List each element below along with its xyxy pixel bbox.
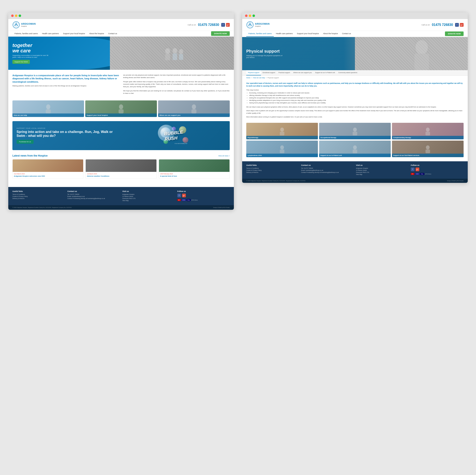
therapy-card-lymphodema[interactable]: Lymphodema clinic <box>246 141 318 157</box>
news-date-3: 14th February 2019 <box>160 173 228 175</box>
mastercard-badge: MC <box>177 199 181 201</box>
footer-social-icons: f g+ <box>177 194 230 197</box>
facebook-icon-right[interactable]: f <box>455 23 459 27</box>
hero-cta-button[interactable]: Support Our Work <box>12 60 30 64</box>
bullet-list: Accessing, reviewing and changing your m… <box>249 92 464 104</box>
therapy-card-physiotherapy[interactable]: Physiotherapy <box>246 123 318 139</box>
footer-link-terms[interactable]: Terms & Conditions <box>12 194 65 195</box>
nav-about-right[interactable]: About the hospice <box>321 31 340 37</box>
nav-support-right[interactable]: Support your local hospice <box>295 31 321 37</box>
right-footer-addr3: Greenock PA15 1TS <box>356 172 409 173</box>
news-card-1[interactable]: 21st March 2019 Ardgowan Hospice welcome… <box>12 159 84 179</box>
news-card-2[interactable]: 1st March 2019 Adverse weather Condition… <box>85 159 156 179</box>
logo-icon-right <box>246 21 254 29</box>
nav-patients[interactable]: Patients, families and carers <box>12 31 40 36</box>
nav-about[interactable]: About the hospice <box>87 31 106 36</box>
phone-number-right[interactable]: 01475 726830 <box>432 23 453 27</box>
svg-point-20 <box>353 127 357 132</box>
hero-banner: together we care Supporting communities … <box>8 37 234 70</box>
donate-button-right[interactable]: DONATE NOW <box>445 32 464 36</box>
close-icon-right[interactable] <box>245 15 248 17</box>
logo[interactable]: ARDGOWAN Hospice <box>12 21 36 29</box>
facebook-icon[interactable]: f <box>221 23 225 27</box>
footer-bottom-left: © 2019 Ardgowan Hospice. Registered Scot… <box>8 205 234 210</box>
svg-point-26 <box>353 145 357 149</box>
footer-heading-contact: Contact us <box>68 190 120 192</box>
breadcrumb-home[interactable]: Home <box>246 77 250 79</box>
donate-button[interactable]: DONATE NOW <box>211 31 230 36</box>
maximize-icon[interactable] <box>19 15 21 17</box>
nav-health[interactable]: Health care partners <box>40 31 61 36</box>
close-icon[interactable] <box>11 15 14 17</box>
footer-heading-links: Useful links <box>12 190 65 192</box>
footer-map-link[interactable]: View Map <box>122 200 175 201</box>
footer-facebook-icon[interactable]: f <box>177 194 181 197</box>
social-icons: f g+ <box>221 23 230 27</box>
bubble-rush-sub: A run full of bubbly fun! <box>175 143 187 144</box>
therapy-label-occupational: Occupational therapy <box>319 136 391 139</box>
card-where-support[interactable]: Where we can support you <box>158 100 230 117</box>
sub-nav-practical[interactable]: Practical support <box>277 70 292 75</box>
sub-nav-faq[interactable]: Commonly asked questions <box>337 70 359 75</box>
svg-rect-25 <box>280 149 284 153</box>
footer-link-delivery[interactable]: Delivery & Returns <box>12 198 65 199</box>
nav-health-right[interactable]: Health care partners <box>274 31 295 37</box>
right-footer-map[interactable]: View Map <box>356 174 409 175</box>
body-para-2: Short stays in the in-patient unit can g… <box>246 109 464 115</box>
sub-nav-physical[interactable]: Physical support <box>246 70 261 75</box>
sub-nav-emotional[interactable]: Emotional support <box>261 70 277 75</box>
intro-left: Ardgowan Hospice is a compassionate plac… <box>12 74 119 96</box>
footer-link-cookie[interactable]: Cookie & Privacy Policy <box>12 196 65 197</box>
footer-googleplus-icon[interactable]: g+ <box>182 194 186 197</box>
minimize-icon-right[interactable] <box>249 15 251 17</box>
therapy-card-inpatient[interactable]: Support at our In-Patient unit <box>319 141 391 157</box>
nav-support[interactable]: Support your local hospice <box>61 31 87 36</box>
googleplus-icon[interactable]: g+ <box>226 23 230 27</box>
news-title-3[interactable]: A special kind of love <box>160 175 228 177</box>
googleplus-icon-right[interactable]: g+ <box>460 23 464 27</box>
right-footer-facebook-icon[interactable]: f <box>411 168 415 171</box>
sub-nav-where[interactable]: Where we can support you <box>292 70 313 75</box>
sub-nav-inpatient[interactable]: Support at our In-Patient unit <box>314 70 337 75</box>
therapy-card-outpatient[interactable]: Support at our Out-Patient services <box>392 141 464 157</box>
card-how-we-help[interactable]: How we can help <box>12 100 84 117</box>
sub-nav: Physical support Emotional support Pract… <box>242 70 468 76</box>
svg-point-2 <box>165 48 170 54</box>
phone-number[interactable]: 01475 726830 <box>198 23 219 27</box>
physio-person-icon <box>277 126 287 136</box>
right-footer-link-terms[interactable]: Terms & Conditions <box>246 168 299 169</box>
therapy-card-complementary[interactable]: Complementary therapy <box>392 123 464 139</box>
browser-chrome-right <box>242 12 468 19</box>
therapy-card-occupational[interactable]: Occupational therapy <box>319 123 391 139</box>
bubble-rush-text: BUBBLERUSH <box>164 129 184 142</box>
right-footer-link-cookie[interactable]: Cookie & Privacy Policy <box>246 170 299 171</box>
right-footer-googleplus-icon[interactable]: g+ <box>416 168 419 171</box>
physical-hero-title: Physical support <box>246 49 284 54</box>
breadcrumb-how[interactable]: How we can help <box>253 77 265 79</box>
bullet-3: seeing the occupational therapist who ca… <box>249 97 464 99</box>
svg-point-4 <box>173 48 177 53</box>
right-footer-social-icons: f g+ <box>411 168 464 171</box>
nav-patients-right[interactable]: Patients, families and carers <box>246 31 274 37</box>
right-footer-design: Design & Build by BCA Studio <box>447 180 464 181</box>
card-label-1: How we can help <box>12 113 84 117</box>
right-footer-col-links: Useful links Terms & Conditions Cookie &… <box>246 164 299 176</box>
fundraiser-button[interactable]: Fundraise for us <box>17 140 34 144</box>
news-header: Latest news from the Hospice View all ne… <box>12 154 230 157</box>
nav-contact-right[interactable]: Contact us <box>340 31 353 37</box>
svg-point-22 <box>426 127 430 132</box>
maximize-icon-right[interactable] <box>253 15 255 17</box>
svg-point-1 <box>16 23 17 24</box>
right-footer-heading-visit: Visit us <box>356 164 409 166</box>
svg-rect-7 <box>179 54 183 60</box>
right-footer-link-delivery[interactable]: Delivery & Returns <box>246 172 299 173</box>
news-title-2[interactable]: Adverse weather Conditions <box>87 175 155 177</box>
card-support-hospice[interactable]: Support your local hospice <box>85 100 157 117</box>
news-card-3[interactable]: 14th February 2019 A special kind of lov… <box>159 159 230 179</box>
nav-contact[interactable]: Contact us <box>106 31 119 36</box>
main-nav-left: Patients, families and carers Health car… <box>8 31 234 37</box>
view-all-link[interactable]: View all news > <box>218 155 230 157</box>
news-title-1[interactable]: Ardgowan Hospice welcomes new CEO <box>14 175 82 177</box>
minimize-icon[interactable] <box>15 15 17 17</box>
logo-right[interactable]: ARDGOWAN Hospice <box>246 21 270 29</box>
